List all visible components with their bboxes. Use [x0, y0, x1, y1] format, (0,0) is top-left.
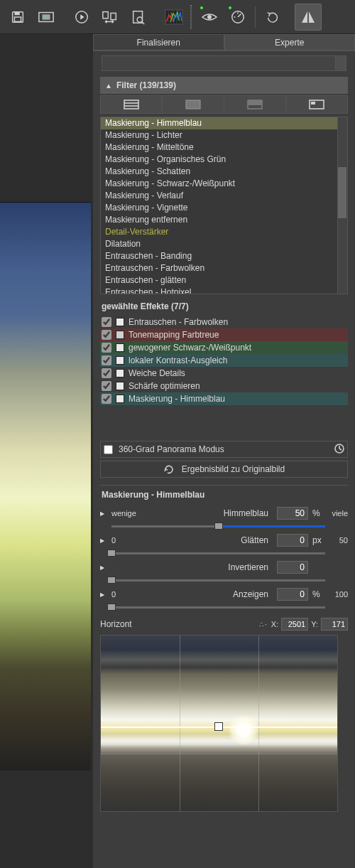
- horizon-x-value[interactable]: 2501: [281, 618, 308, 631]
- filter-list-item[interactable]: Maskierung entfernen: [101, 214, 347, 226]
- effect-checkbox[interactable]: [102, 368, 111, 378]
- result-to-original-button[interactable]: Ergebnisbild zu Originalbild: [100, 461, 348, 478]
- save-icon[interactable]: [4, 4, 31, 31]
- filter-list-item[interactable]: Maskierung - Verlauf: [101, 190, 347, 202]
- scrollbar-thumb[interactable]: [338, 167, 346, 218]
- param-slider[interactable]: [111, 523, 325, 529]
- param-unit: %: [312, 508, 325, 518]
- panorama-mode-row[interactable]: 360-Grad Panorama Modus: [100, 441, 348, 458]
- horizon-header: Horizont ∴· X: 2501 Y: 171: [100, 618, 348, 631]
- filter-list-item[interactable]: Maskierung - Schatten: [101, 166, 347, 178]
- fit-screen-icon[interactable]: [33, 4, 60, 31]
- filter-list-item[interactable]: Maskierung - Mitteltöne: [101, 141, 347, 154]
- filter-list-item[interactable]: Entrauschen - Farbwolken: [101, 262, 347, 274]
- horizon-handle[interactable]: [214, 722, 223, 731]
- param-min-label: wenige: [111, 509, 138, 518]
- timer-icon[interactable]: [334, 444, 344, 456]
- histogram-icon[interactable]: [160, 4, 187, 31]
- filter-list-item[interactable]: Detail-Verstärker: [101, 226, 347, 238]
- filter-category-row: [100, 95, 348, 114]
- eye-preview-icon[interactable]: [196, 4, 223, 31]
- effect-swatch-icon: [116, 382, 124, 390]
- redo-icon[interactable]: [259, 4, 286, 31]
- scrollbar[interactable]: [337, 117, 347, 294]
- param-slider-row: [100, 602, 348, 612]
- filter-list-item[interactable]: Maskierung - Organisches Grün: [101, 154, 347, 166]
- filter-header[interactable]: ▲ Filter (139/139): [100, 77, 348, 94]
- param-slider[interactable]: [111, 550, 325, 556]
- toolbar-separator: [190, 5, 192, 29]
- slider-handle[interactable]: [214, 523, 223, 530]
- effect-checkbox[interactable]: [102, 317, 111, 327]
- param-value-input[interactable]: [277, 534, 308, 547]
- effect-checkbox[interactable]: [102, 394, 111, 404]
- horizon-target-icon[interactable]: ∴·: [259, 621, 268, 628]
- filter-list-item[interactable]: Maskierung - Vignette: [101, 202, 347, 214]
- param-slider[interactable]: [111, 604, 325, 610]
- chosen-effect-row[interactable]: Weiche Details: [100, 367, 348, 380]
- svg-line-21: [238, 14, 241, 17]
- slider-handle[interactable]: [107, 604, 116, 611]
- chosen-effect-row[interactable]: Entrauschen - Farbwolken: [100, 316, 348, 328]
- filter-list-item[interactable]: Maskierung - Schwarz-/Weißpunkt: [101, 178, 347, 190]
- tab-finalize[interactable]: Finalisieren: [93, 34, 224, 50]
- param-expand-icon[interactable]: ▶: [100, 537, 107, 544]
- chosen-effects-list: Entrauschen - FarbwolkenTonemapping Farb…: [100, 316, 348, 405]
- slider-handle[interactable]: [107, 577, 116, 584]
- filter-list-item[interactable]: Entrauschen - Banding: [101, 250, 347, 262]
- param-expand-icon[interactable]: ▶: [100, 591, 107, 598]
- param-value-input[interactable]: [277, 588, 308, 601]
- right-panel: Finalisieren Experte ▲ Filter (139/139) …: [93, 34, 355, 868]
- chosen-effect-row[interactable]: Tonemapping Farbtreue: [100, 328, 348, 341]
- param-label: Himmelblau: [143, 508, 273, 518]
- category-btn-1[interactable]: [100, 95, 163, 114]
- slider-handle[interactable]: [107, 550, 116, 557]
- category-btn-2[interactable]: [163, 95, 224, 114]
- param-value-input[interactable]: [277, 561, 308, 574]
- effect-checkbox[interactable]: [102, 381, 111, 391]
- chosen-effect-row[interactable]: Schärfe optimieren: [100, 380, 348, 392]
- chosen-effect-row[interactable]: gewogener Schwarz-/Weißpunkt: [100, 341, 348, 354]
- zoom-actual-icon[interactable]: [125, 4, 152, 31]
- param-slider-row: [100, 521, 348, 531]
- horizon-preview[interactable]: [100, 635, 338, 812]
- svg-rect-26: [124, 100, 138, 109]
- category-btn-3[interactable]: [224, 95, 286, 114]
- effect-swatch-icon: [116, 395, 124, 403]
- param-label: Anzeigen: [143, 589, 273, 599]
- effect-label: Tonemapping Farbtreue: [129, 330, 346, 340]
- divider: [100, 485, 348, 486]
- effect-checkbox[interactable]: [102, 355, 111, 365]
- play-icon[interactable]: [68, 4, 95, 31]
- chosen-effect-row[interactable]: lokaler Kontrast-Ausgleich: [100, 354, 348, 367]
- filter-title: Filter (139/139): [116, 80, 176, 90]
- mirror-icon[interactable]: [295, 4, 322, 31]
- panorama-label: 360-Grad Panorama Modus: [119, 444, 224, 454]
- param-min-label: 0: [111, 536, 138, 545]
- gauge-icon[interactable]: [224, 4, 251, 31]
- effect-swatch-icon: [116, 356, 124, 365]
- filter-list-item[interactable]: Entrauschen - Hotpixel: [101, 286, 347, 294]
- filter-list[interactable]: Maskierung - HimmelblauMaskierung - Lich…: [100, 117, 348, 294]
- filter-list-item[interactable]: Maskierung - Lichter: [101, 129, 347, 141]
- category-btn-4[interactable]: [286, 95, 348, 114]
- svg-rect-7: [103, 11, 108, 18]
- filter-list-item[interactable]: Entrauschen - glätten: [101, 274, 347, 286]
- filter-list-item[interactable]: Dilatation: [101, 238, 347, 250]
- effect-checkbox[interactable]: [102, 330, 111, 340]
- panorama-checkbox[interactable]: [104, 445, 113, 454]
- stack-transfer-icon[interactable]: [97, 4, 124, 31]
- horizon-y-value[interactable]: 171: [321, 618, 348, 631]
- param-expand-icon[interactable]: ▶: [100, 510, 107, 517]
- tab-expert[interactable]: Experte: [224, 34, 356, 50]
- svg-rect-1: [14, 11, 19, 15]
- svg-marker-24: [302, 11, 307, 23]
- chosen-effect-row[interactable]: Maskierung - Himmelblau: [100, 392, 348, 405]
- filter-list-item[interactable]: Maskierung - Himmelblau: [101, 117, 347, 129]
- effect-checkbox[interactable]: [102, 343, 111, 353]
- param-expand-icon[interactable]: ▶: [100, 564, 107, 571]
- preset-bar[interactable]: [102, 55, 346, 71]
- param-slider[interactable]: [111, 577, 325, 583]
- param-value-input[interactable]: [277, 507, 308, 520]
- horizon-x-label: X:: [271, 620, 278, 628]
